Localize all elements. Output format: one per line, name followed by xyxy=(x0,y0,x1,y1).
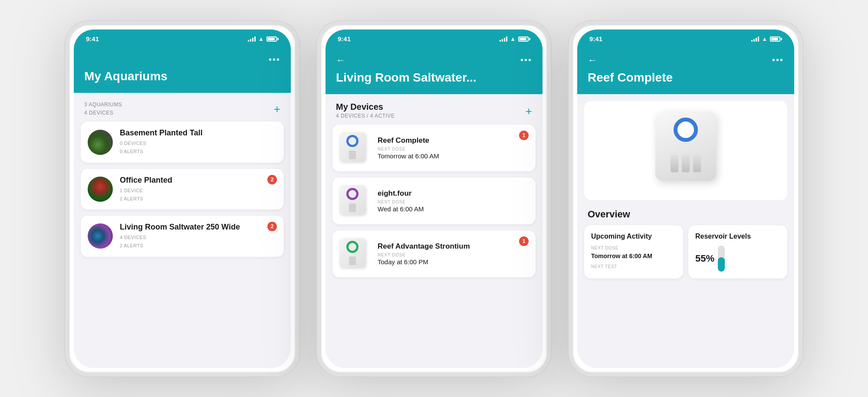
device-name-strontium: Reef Advantage Strontium xyxy=(378,242,529,251)
devices-section-header: My Devices 4 DEVICES / 4 ACTIVE + xyxy=(326,94,542,125)
device-info-reef-complete: Reef Complete NEXT DOSE Tomorrow at 6:00… xyxy=(378,136,529,160)
phone-2: 9:41 ▲ ← xyxy=(317,21,551,377)
device-dose-eight-four: Wed at 6:00 AM xyxy=(378,205,529,213)
reservoir-levels-card: Reservoir Levels 55% xyxy=(688,225,787,279)
time-1: 9:41 xyxy=(86,35,99,43)
thumb-living xyxy=(88,223,113,249)
content-3: Overview Upcoming Activity NEXT DOSE Tom… xyxy=(577,94,794,367)
device-card-eight-four[interactable]: eight.four NEXT DOSE Wed at 6:00 AM xyxy=(332,177,536,224)
more-button-2[interactable]: ••• xyxy=(520,55,532,65)
device-img-strontium xyxy=(339,238,371,269)
status-icons-2: ▲ xyxy=(500,36,530,42)
add-aquarium-button[interactable]: + xyxy=(274,103,280,115)
more-button-3[interactable]: ••• xyxy=(772,55,784,65)
reservoir-fill xyxy=(718,257,725,272)
page-title-1: My Aquariums xyxy=(84,69,280,84)
devices-section-info: My Devices 4 DEVICES / 4 ACTIVE xyxy=(336,102,395,120)
device-img-eight-four xyxy=(339,185,371,217)
status-icons-3: ▲ xyxy=(751,36,782,42)
page-title-3: Reef Complete xyxy=(588,70,784,85)
aquarium-card-office[interactable]: Office Planted 1 DEVICE 2 ALERTS 2 xyxy=(81,169,284,210)
header-3: ← ••• Reef Complete xyxy=(577,49,794,95)
aquarium-name-basement: Basement Planted Tall xyxy=(120,128,277,138)
aquarium-card-basement[interactable]: Basement Planted Tall 0 DEVICES 0 ALERTS xyxy=(81,121,284,162)
content-1: 3 AQUARIUMS 4 DEVICES + Basement Planted… xyxy=(74,93,291,367)
header-1: ••• My Aquariums xyxy=(74,49,291,93)
status-icons-1: ▲ xyxy=(248,36,279,42)
time-2: 9:41 xyxy=(338,35,351,43)
upcoming-activity-card: Upcoming Activity NEXT DOSE Tomorrow at … xyxy=(584,225,683,279)
back-button-2[interactable]: ← xyxy=(336,55,345,66)
aquarium-alerts-office: 2 ALERTS xyxy=(120,195,277,203)
thumb-basement xyxy=(88,130,113,155)
phone-1: 9:41 ▲ xyxy=(65,21,299,377)
wifi-icon-3: ▲ xyxy=(762,36,767,42)
device-info-strontium: Reef Advantage Strontium NEXT DOSE Today… xyxy=(378,242,529,266)
signal-icon-3 xyxy=(751,36,759,42)
upcoming-activity-title: Upcoming Activity xyxy=(591,232,676,241)
reef-device-image xyxy=(651,112,720,190)
thumb-office xyxy=(88,177,113,202)
devices-meta: 4 DEVICES / 4 ACTIVE xyxy=(336,112,395,120)
signal-icon xyxy=(248,36,256,42)
aquarium-alerts-basement: 0 ALERTS xyxy=(120,148,277,156)
battery-icon-2 xyxy=(518,36,530,42)
device-info-eight-four: eight.four NEXT DOSE Wed at 6:00 AM xyxy=(378,189,529,213)
badge-office: 2 xyxy=(267,175,277,184)
upcoming-activity-label2: NEXT TEST xyxy=(591,264,676,269)
wifi-icon-2: ▲ xyxy=(510,36,516,42)
device-img-reef-complete xyxy=(339,132,371,164)
card-info-basement: Basement Planted Tall 0 DEVICES 0 ALERTS xyxy=(120,128,277,155)
aquarium-name-office: Office Planted xyxy=(120,176,277,185)
status-bar-3: 9:41 ▲ xyxy=(577,30,794,49)
upcoming-activity-label: NEXT DOSE xyxy=(591,246,676,250)
phone-3: 9:41 ▲ ← xyxy=(569,21,803,377)
device-label-strontium: NEXT DOSE xyxy=(378,253,529,257)
more-button-1[interactable]: ••• xyxy=(269,55,280,65)
device-card-strontium[interactable]: Reef Advantage Strontium NEXT DOSE Today… xyxy=(332,230,536,277)
device-card-reef-complete[interactable]: Reef Complete NEXT DOSE Tomorrow at 6:00… xyxy=(332,125,536,171)
page-title-2: Living Room Saltwater... xyxy=(336,70,532,85)
reservoir-levels-title: Reservoir Levels xyxy=(695,232,780,241)
aquarium-card-living[interactable]: Living Room Saltwater 250 Wide 4 DEVICES… xyxy=(81,216,284,256)
aquarium-name-living: Living Room Saltwater 250 Wide xyxy=(120,223,277,232)
status-bar-1: 9:41 ▲ xyxy=(74,30,291,49)
aquarium-alerts-living: 2 ALERTS xyxy=(120,242,277,250)
card-info-living: Living Room Saltwater 250 Wide 4 DEVICES… xyxy=(120,223,277,249)
signal-icon-2 xyxy=(500,36,507,42)
content-2: My Devices 4 DEVICES / 4 ACTIVE + xyxy=(326,94,542,367)
devices-title: My Devices xyxy=(336,102,395,112)
battery-icon-3 xyxy=(770,36,782,42)
reef-device-image-section xyxy=(584,101,787,200)
overview-title: Overview xyxy=(577,200,794,225)
card-info-office: Office Planted 1 DEVICE 2 ALERTS xyxy=(120,176,277,203)
add-device-button[interactable]: + xyxy=(526,105,532,117)
header-2: ← ••• Living Room Saltwater... xyxy=(326,49,542,95)
section-meta-1: 3 AQUARIUMS 4 DEVICES xyxy=(84,101,122,117)
device-dose-reef-complete: Tomorrow at 6:00 AM xyxy=(378,152,529,160)
device-label-eight-four: NEXT DOSE xyxy=(378,200,529,204)
reservoir-bar xyxy=(718,246,725,272)
back-button-3[interactable]: ← xyxy=(588,55,597,66)
reservoir-bar-container: 55% xyxy=(695,246,780,272)
reservoir-percent: 55% xyxy=(695,253,714,264)
aquarium-devices-living: 4 DEVICES xyxy=(120,233,277,242)
device-dose-strontium: Today at 6:00 PM xyxy=(378,258,529,266)
aquarium-devices-office: 1 DEVICE xyxy=(120,187,277,195)
upcoming-activity-value: Tomorrow at 6:00 AM xyxy=(591,252,676,260)
battery-icon xyxy=(266,36,279,42)
aquarium-devices-basement: 0 DEVICES xyxy=(120,139,277,148)
device-name-reef-complete: Reef Complete xyxy=(378,136,529,145)
device-name-eight-four: eight.four xyxy=(378,189,529,198)
overview-cards: Upcoming Activity NEXT DOSE Tomorrow at … xyxy=(584,225,787,279)
section-header-1: 3 AQUARIUMS 4 DEVICES + xyxy=(74,93,291,121)
time-3: 9:41 xyxy=(589,35,602,43)
status-bar-2: 9:41 ▲ xyxy=(326,30,542,49)
wifi-icon: ▲ xyxy=(258,36,264,42)
device-label-reef-complete: NEXT DOSE xyxy=(378,147,529,151)
